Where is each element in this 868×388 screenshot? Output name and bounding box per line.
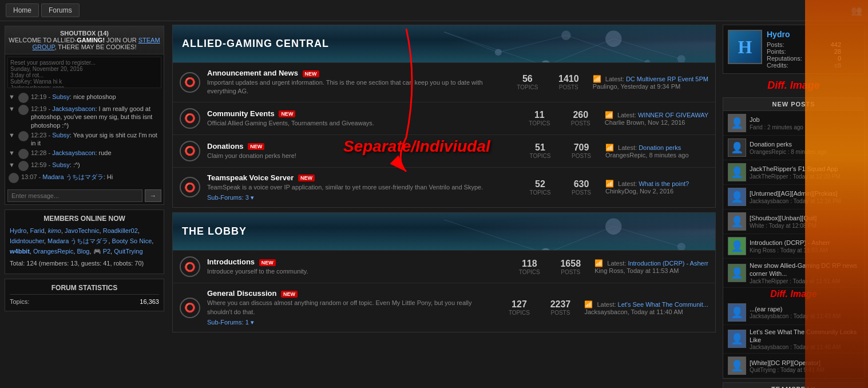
member-link[interactable]: QuitTrying bbox=[114, 248, 142, 255]
forum-info-events: Community Events NEW Official Allied Gam… bbox=[207, 109, 516, 128]
member-link[interactable]: Madara うちはマダラ bbox=[47, 237, 108, 244]
forum-icon-teamspeak[interactable]: ⭕ bbox=[180, 177, 200, 197]
forum-name-teamspeak[interactable]: Teamspeak Voice Server NEW bbox=[207, 173, 516, 182]
forum-posts-general: 2237 POSTS bbox=[543, 299, 577, 316]
shoutbox-msg: ▼ 12:59 - Subsy: :^) bbox=[9, 161, 160, 171]
forum-desc-introductions: Introduce yourself to the community. bbox=[207, 267, 505, 276]
new-post-avatar: 👤 bbox=[728, 114, 746, 132]
latest-link[interactable]: WINNER OF GIVEAWAY bbox=[638, 112, 708, 118]
forum-icon-events[interactable]: ⭕ bbox=[180, 108, 200, 129]
forum-desc-announcement: Important updates and urgent information… bbox=[207, 78, 504, 96]
forums-button[interactable]: Forums bbox=[41, 3, 80, 17]
subforum-link-teamspeak[interactable]: Sub-Forums: 3 ▾ bbox=[207, 194, 254, 201]
shoutbox-msg: ▼ 12:28 - Jacksaysbacon: rude bbox=[9, 149, 160, 159]
rss-icon: 📶 bbox=[584, 300, 593, 308]
forum-counts-general: 127 TOPICS bbox=[502, 299, 536, 316]
member-link[interactable]: Ididntoucher bbox=[10, 237, 44, 244]
members-total: Total: 124 (members: 13, guests: 41, rob… bbox=[10, 259, 159, 269]
badge-new: NEW bbox=[248, 143, 264, 150]
forum-name-announcement[interactable]: Announcement and News NEW bbox=[207, 69, 504, 77]
subforum-link-general[interactable]: Sub-Forums: 1 ▾ bbox=[207, 319, 254, 326]
members-online-box: MEMBERS ONLINE NOW Hydro, Farid, kimo, J… bbox=[5, 209, 164, 274]
forum-info-announcement: Announcement and News NEW Important upda… bbox=[207, 69, 504, 96]
svg-line-13 bbox=[546, 227, 614, 250]
badge-new: NEW bbox=[259, 259, 276, 266]
latest-who: King Ross, Today at 11:53 AM bbox=[594, 267, 679, 274]
forum-name-general[interactable]: General Discussion NEW bbox=[207, 289, 495, 298]
forum-icon-introductions[interactable]: ⭕ bbox=[180, 256, 200, 277]
forum-desc-general: Where you can discuss almost anything ra… bbox=[207, 299, 495, 316]
latest-link[interactable]: Let's See What The Communit... bbox=[618, 301, 708, 308]
new-post-avatar: 👤 bbox=[728, 330, 746, 348]
shoutbox-send-button[interactable]: → bbox=[145, 189, 161, 202]
avatar bbox=[9, 173, 19, 183]
posts-count: 260 bbox=[564, 110, 598, 120]
badge-new: NEW bbox=[303, 70, 319, 77]
forum-counts-donations: 51 TOPICS bbox=[523, 142, 557, 159]
latest-link[interactable]: Introduction (DCRP) - Asherr bbox=[628, 260, 708, 267]
forum-desc-teamspeak: TeamSpeak is a voice over IP application… bbox=[207, 183, 516, 192]
topics-count: 56 bbox=[510, 74, 545, 84]
members-online-header: MEMBERS ONLINE NOW bbox=[10, 215, 159, 223]
stat-topics-row: Topics: 16,363 bbox=[10, 298, 159, 305]
new-post-avatar: 👤 bbox=[728, 212, 746, 231]
posts-count: 1658 bbox=[553, 259, 588, 269]
svg-line-0 bbox=[444, 32, 546, 62]
lobby-header: THE LOBBY bbox=[173, 213, 715, 250]
latest-link[interactable]: DC Multiverse RP Event 5PM bbox=[626, 76, 708, 82]
avatar bbox=[18, 105, 29, 115]
member-link[interactable]: Blog bbox=[77, 248, 89, 255]
posts-count: 630 bbox=[564, 179, 599, 189]
member-link[interactable]: kimo bbox=[48, 227, 61, 234]
forum-icon-donations[interactable]: ⭕ bbox=[180, 141, 200, 161]
forum-latest-teamspeak: 📶 Latest: What is the point? ChinkyDog, … bbox=[605, 180, 708, 195]
lobby-section: THE LOBBY ⭕ Introductions NEW Introduce … bbox=[172, 212, 716, 332]
autumn-background bbox=[805, 0, 868, 388]
forum-name-events[interactable]: Community Events NEW bbox=[207, 109, 516, 118]
member-link[interactable]: Booty So Nice bbox=[112, 237, 152, 244]
forum-latest-events: 📶 Latest: WINNER OF GIVEAWAY Charlie Bro… bbox=[605, 111, 708, 126]
forum-counts-teamspeak: 52 TOPICS bbox=[523, 179, 557, 196]
latest-link[interactable]: What is the point? bbox=[639, 180, 689, 187]
member-link[interactable]: P2 bbox=[103, 248, 110, 255]
home-button[interactable]: Home bbox=[6, 3, 39, 17]
badge-new: NEW bbox=[281, 291, 298, 298]
member-link[interactable]: Hydro bbox=[10, 227, 26, 234]
member-link[interactable]: JavoTechnic bbox=[65, 227, 100, 234]
stat-topics-label: Topics: bbox=[10, 298, 29, 305]
badge-new: NEW bbox=[298, 175, 315, 181]
svg-point-9 bbox=[495, 49, 502, 56]
member-link[interactable]: Farid bbox=[30, 227, 44, 234]
allied-gaming-header: ALLIED-GAMING CENTRAL bbox=[173, 25, 715, 62]
credits-label: Credits: bbox=[767, 62, 788, 69]
forum-name-donations[interactable]: Donations NEW bbox=[207, 142, 516, 151]
forum-icon-general[interactable]: ⭕ bbox=[180, 298, 200, 318]
member-link[interactable]: w4bbit bbox=[10, 248, 30, 255]
shoutbox-msg: ▼ 12:23 - Subsy: Yea your sig is shit cu… bbox=[9, 131, 160, 148]
forum-info-general: General Discussion NEW Where you can dis… bbox=[207, 289, 495, 326]
topics-count: 11 bbox=[522, 110, 557, 120]
forum-latest-general: 📶 Latest: Let's See What The Communit...… bbox=[584, 300, 708, 315]
latest-who: Charlie Brown, Nov 12, 2016 bbox=[605, 119, 685, 126]
topics-count: 52 bbox=[523, 179, 557, 189]
forum-info-donations: Donations NEW Claim your donation perks … bbox=[207, 142, 516, 160]
forum-row-introductions: ⭕ Introductions NEW Introduce yourself t… bbox=[173, 250, 715, 283]
forum-latest-introductions: 📶 Latest: Introduction (DCRP) - Asherr K… bbox=[594, 259, 708, 274]
forum-stats-header: FORUM STATISTICS bbox=[10, 284, 159, 295]
shoutbox-input-area: → bbox=[5, 187, 164, 204]
svg-line-1 bbox=[546, 39, 614, 62]
posts-count: 1410 bbox=[552, 74, 586, 84]
svg-point-16 bbox=[605, 219, 621, 235]
member-link[interactable]: Roadkiller02 bbox=[103, 227, 138, 234]
forum-name-introductions[interactable]: Introductions NEW bbox=[207, 258, 505, 266]
member-link[interactable]: OrangesRepic bbox=[33, 248, 73, 255]
latest-who: Jacksaysbacon, Today at 11:40 AM bbox=[584, 308, 683, 315]
latest-link[interactable]: Donation perks bbox=[639, 144, 681, 151]
forum-icon-announcement[interactable]: ⭕ bbox=[180, 72, 200, 93]
topics-count: 51 bbox=[523, 142, 557, 153]
center-content: ALLIED-GAMING CENTRAL ⭕ Announcement and… bbox=[169, 21, 719, 388]
posts-label: Posts: bbox=[767, 41, 784, 48]
shoutbox-input[interactable] bbox=[7, 189, 142, 202]
forum-posts-introductions: 1658 POSTS bbox=[553, 259, 588, 275]
svg-point-7 bbox=[605, 30, 621, 46]
